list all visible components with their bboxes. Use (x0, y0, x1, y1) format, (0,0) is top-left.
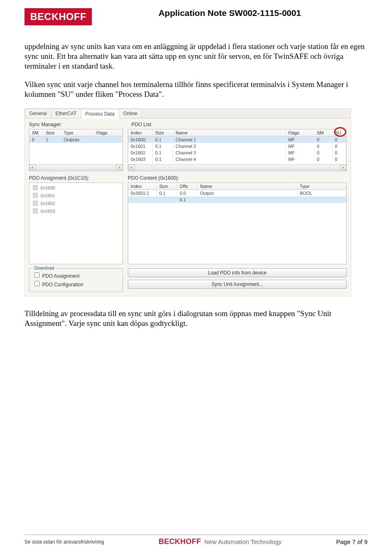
download-legend: Download (33, 265, 56, 270)
col-index: Index (128, 183, 157, 189)
col-offs: Offs (177, 183, 198, 189)
beckhoff-logo-footer: BECKHOFF (159, 537, 201, 546)
col-name: Name (173, 129, 286, 136)
scrollbar[interactable]: < > (29, 164, 122, 171)
document-title: Application Note SW002-1115-0001 (92, 8, 368, 18)
table-row[interactable]: 0x16010.1Channel 2MF00 (128, 143, 346, 149)
col-type: Type (297, 183, 346, 189)
table-row[interactable]: 0x16030.1Channel 4MF00 (128, 156, 346, 163)
scroll-right-icon[interactable]: > (116, 165, 122, 170)
col-sm: SM (29, 129, 43, 136)
beckhoff-logo: BECKHOFF (24, 8, 92, 25)
col-size: Size (157, 183, 177, 189)
col-size: Size (153, 129, 173, 136)
scroll-left-icon[interactable]: < (29, 165, 36, 170)
load-pdo-button[interactable]: Load PDO info from device (128, 268, 347, 277)
tab-general[interactable]: General (25, 109, 51, 118)
sync-manager-list[interactable]: SM Size Type Flags 0 1 Outputs < > (29, 129, 123, 171)
page-header: BECKHOFF Application Note SW002-1115-000… (24, 8, 368, 25)
assignment-checkbox[interactable]: 0x1600 (31, 184, 121, 192)
download-group: Download PDO Assignment PDO Configuratio… (29, 268, 123, 292)
table-row[interactable]: 0x3001:1 0.1 0.0 Output BOOL (128, 190, 346, 196)
paragraph-2: Vilken sync unit varje channel hos termi… (24, 80, 368, 99)
table-row[interactable]: 0x16000.1Channel 1MF00 (128, 136, 346, 143)
col-name: Name (198, 183, 297, 189)
col-su: SU (332, 129, 346, 136)
tab-online[interactable]: Online (119, 109, 142, 118)
paragraph-3: Tilldelning av processdata till en sync … (24, 309, 368, 328)
label-pdo-list: PDO List: (131, 122, 152, 127)
sync-unit-assignment-button[interactable]: Sync Unit Assignment... (128, 280, 347, 289)
scrollbar[interactable]: < > (128, 164, 346, 171)
tab-strip: General EtherCAT Process Data Online (25, 109, 351, 118)
col-type: Type (61, 129, 94, 136)
footer-tagline: New Automation Technology (205, 538, 282, 545)
col-sm: SM (314, 129, 332, 136)
col-size: Size (43, 129, 61, 136)
pdo-list[interactable]: Index Size Name Flags SM SU 0x16000.1Cha… (128, 129, 347, 171)
checkbox-pdo-assignment[interactable]: PDO Assignment (33, 271, 119, 280)
col-index: Index (128, 129, 153, 136)
table-row[interactable]: 0x16020.1Channel 3MF00 (128, 149, 346, 156)
scroll-left-icon[interactable]: < (128, 165, 135, 170)
tab-ethercat[interactable]: EtherCAT (51, 109, 81, 118)
label-sync-manager: Sync Manager: (29, 122, 62, 127)
screenshot-panel: General EtherCAT Process Data Online Syn… (24, 108, 351, 296)
table-row[interactable]: 0.1 (128, 196, 346, 203)
page-number: Page 7 of 9 (336, 538, 368, 545)
pdo-content-list[interactable]: Index Size Offs Name Type 0x3001:1 0.1 0… (128, 183, 347, 264)
label-pdo-assignment: PDO Assignment (0x1C10): (29, 175, 128, 181)
paragraph-1: uppdelning av sync units kan vara om en … (24, 42, 368, 71)
pdo-assignment-box[interactable]: 0x1600 0x1601 0x1602 0x1603 (29, 183, 123, 264)
table-row[interactable]: 0 1 Outputs (29, 136, 122, 143)
checkbox-pdo-configuration[interactable]: PDO Configuration (33, 280, 119, 288)
tab-process-data[interactable]: Process Data (81, 109, 119, 118)
assignment-checkbox[interactable]: 0x1602 (31, 199, 121, 207)
footer-disclaimer: Se sista sidan för ansvarsfriskrivning (24, 539, 104, 545)
col-flags: Flags (286, 129, 314, 136)
label-pdo-content: PDO Content (0x1600): (128, 175, 179, 181)
assignment-checkbox[interactable]: 0x1601 (31, 192, 121, 199)
page-footer: Se sista sidan för ansvarsfriskrivning B… (24, 535, 368, 546)
assignment-checkbox[interactable]: 0x1603 (31, 207, 121, 215)
col-flags: Flags (94, 129, 122, 136)
scroll-right-icon[interactable]: > (340, 165, 346, 170)
